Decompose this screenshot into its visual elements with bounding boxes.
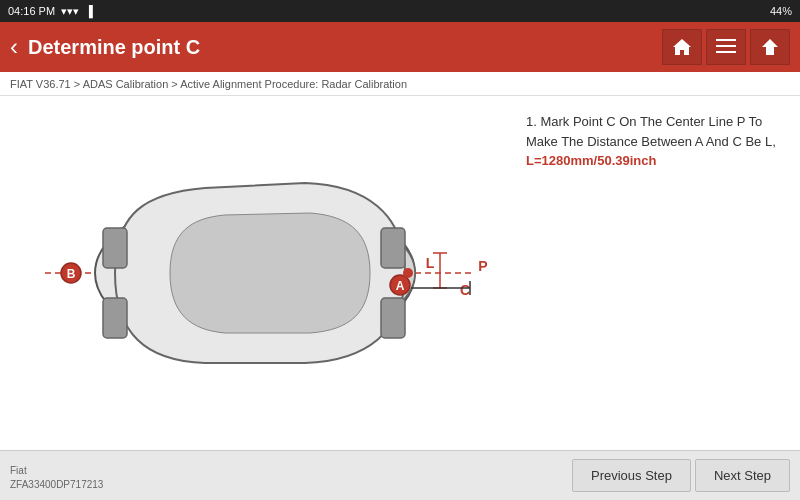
svg-rect-11 — [381, 228, 405, 268]
svg-rect-2 — [716, 45, 736, 47]
instructions-panel: 1. Mark Point C On The Center Line P To … — [510, 96, 800, 450]
time-display: 04:16 PM — [8, 5, 55, 17]
next-step-button[interactable]: Next Step — [695, 459, 790, 492]
status-left: 04:16 PM ▾▾▾ ▐ — [8, 5, 93, 18]
svg-text:C: C — [460, 282, 470, 298]
svg-point-25 — [403, 268, 413, 278]
car-diagram: B A L C P — [15, 133, 495, 413]
home-button[interactable] — [662, 29, 702, 65]
svg-marker-0 — [673, 39, 691, 55]
device-name: Fiat — [10, 464, 103, 478]
device-info: Fiat ZFA33400DP717213 — [10, 464, 103, 492]
battery-display: 44% — [770, 5, 792, 17]
menu-button[interactable] — [706, 29, 746, 65]
diagram-area: B A L C P — [0, 96, 510, 450]
signal-icon: ▐ — [85, 5, 93, 17]
svg-rect-9 — [103, 228, 127, 268]
status-right: 44% — [770, 5, 792, 17]
device-id: ZFA33400DP717213 — [10, 478, 103, 492]
svg-text:P: P — [478, 258, 487, 274]
svg-marker-4 — [762, 39, 778, 55]
svg-text:B: B — [67, 267, 76, 281]
wifi-icon: ▾▾▾ — [61, 5, 79, 18]
page-title: Determine point C — [28, 36, 662, 59]
footer: Fiat ZFA33400DP717213 Previous Step Next… — [0, 450, 800, 500]
svg-text:A: A — [396, 279, 405, 293]
svg-text:L: L — [426, 255, 435, 271]
status-bar: 04:16 PM ▾▾▾ ▐ 44% — [0, 0, 800, 22]
svg-rect-12 — [381, 298, 405, 338]
back-button[interactable]: ‹ — [10, 33, 18, 61]
main-content: B A L C P — [0, 96, 800, 450]
exit-button[interactable] — [750, 29, 790, 65]
header-icons — [662, 29, 790, 65]
previous-step-button[interactable]: Previous Step — [572, 459, 691, 492]
instructions-text: 1. Mark Point C On The Center Line P To … — [526, 112, 784, 171]
breadcrumb: FIAT V36.71 > ADAS Calibration > Active … — [0, 72, 800, 96]
instructions-highlight: L=1280mm/50.39inch — [526, 153, 656, 168]
svg-rect-3 — [716, 51, 736, 53]
svg-rect-10 — [103, 298, 127, 338]
header: ‹ Determine point C — [0, 22, 800, 72]
svg-rect-1 — [716, 39, 736, 41]
